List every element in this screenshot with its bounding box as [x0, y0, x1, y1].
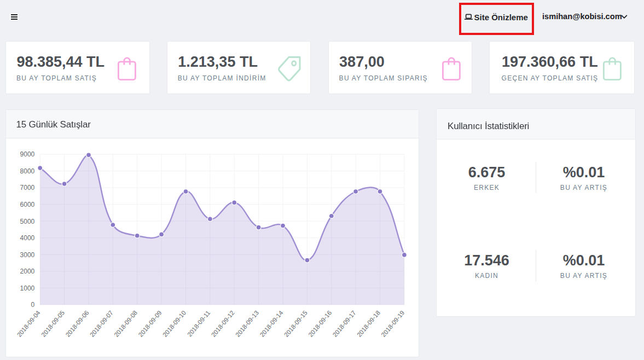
svg-text:2000: 2000: [20, 268, 35, 275]
svg-text:3000: 3000: [20, 251, 35, 259]
svg-text:2018-09-18: 2018-09-18: [356, 309, 381, 338]
svg-text:2018-09-06: 2018-09-06: [65, 309, 90, 338]
svg-text:2018-09-05: 2018-09-05: [40, 309, 66, 338]
svg-text:2018-09-11: 2018-09-11: [186, 309, 211, 338]
svg-text:0: 0: [31, 301, 35, 309]
svg-text:1000: 1000: [20, 284, 35, 292]
svg-text:2018-09-12: 2018-09-12: [210, 309, 236, 338]
svg-text:2018-09-14: 2018-09-14: [259, 309, 285, 338]
svg-text:6000: 6000: [20, 201, 35, 208]
svg-text:4000: 4000: [20, 234, 35, 242]
svg-text:2018-09-09: 2018-09-09: [137, 309, 163, 338]
svg-text:2018-09-04: 2018-09-04: [16, 309, 42, 338]
svg-text:9000: 9000: [20, 150, 35, 158]
svg-text:2018-09-07: 2018-09-07: [89, 309, 114, 338]
svg-text:5000: 5000: [20, 218, 35, 225]
svg-text:7000: 7000: [20, 184, 35, 191]
svg-text:2018-09-10: 2018-09-10: [161, 309, 187, 338]
svg-text:2018-09-15: 2018-09-15: [283, 309, 309, 338]
svg-text:8000: 8000: [20, 167, 35, 175]
svg-text:2018-09-16: 2018-09-16: [307, 309, 333, 338]
svg-text:2018-09-08: 2018-09-08: [113, 309, 138, 338]
svg-text:2018-09-19: 2018-09-19: [380, 309, 405, 338]
svg-text:2018-09-17: 2018-09-17: [332, 309, 357, 338]
svg-text:2018-09-13: 2018-09-13: [234, 309, 260, 338]
